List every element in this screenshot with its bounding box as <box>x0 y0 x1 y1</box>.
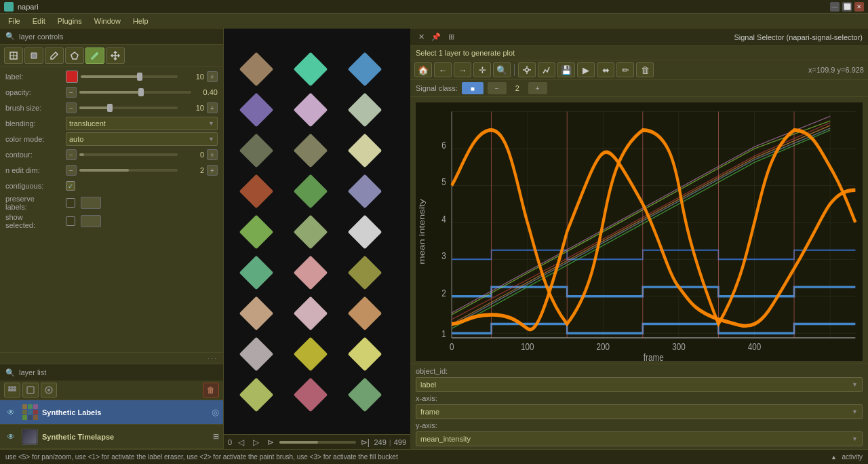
svg-rect-25 <box>293 337 328 372</box>
canvas-content[interactable] <box>224 28 410 449</box>
transform-tool[interactable] <box>4 47 23 64</box>
select-layer-button[interactable] <box>22 383 39 398</box>
layer-list-toolbar: 🗑 <box>0 381 223 400</box>
blending-dropdown[interactable]: translucent ▼ <box>66 117 218 130</box>
svg-marker-0 <box>71 52 78 59</box>
play-back-button[interactable]: ◁ <box>235 436 247 448</box>
signal-class-decrement[interactable]: − <box>488 82 507 94</box>
signal-close-icon[interactable]: ✕ <box>416 32 427 43</box>
signal-plot[interactable]: 1 2 3 4 5 6 0 100 200 300 400 frame mean… <box>416 102 863 361</box>
picker-tool[interactable] <box>85 47 104 64</box>
object-id-label: object_id: <box>416 367 463 375</box>
close-button[interactable]: ✕ <box>854 2 864 12</box>
svg-point-1 <box>91 57 94 60</box>
maximize-button[interactable]: ⬜ <box>842 2 852 12</box>
y-axis-dropdown[interactable]: mean_intensity ▼ <box>416 431 863 446</box>
contour-decrement[interactable]: − <box>66 149 77 160</box>
layer-item-synthetic-labels[interactable]: 👁 Synthetic Labels ◎ <box>0 400 223 425</box>
sig-cursor-button[interactable]: ▶ <box>577 62 595 77</box>
layer-item-synthetic-timelapse[interactable]: 👁 Synthetic Timelapse ⊞ <box>0 425 223 449</box>
signal-class-toggle[interactable]: ■ <box>462 82 484 94</box>
opacity-slider[interactable] <box>79 91 191 94</box>
brush-size-increment[interactable]: + <box>207 102 218 113</box>
n-edit-dim-property: n edit dim: − 2 + <box>5 163 218 177</box>
preserve-labels-checkbox[interactable] <box>66 198 75 208</box>
sig-line-button[interactable] <box>538 62 555 77</box>
svg-point-3 <box>8 386 11 389</box>
canvas-bottom-bar: 0 ◁ ▷ ⊳ ⊳| 249 | 499 <box>224 434 410 449</box>
move-tool[interactable] <box>106 47 125 64</box>
svg-text:400: 400 <box>748 341 762 352</box>
label-slider[interactable] <box>81 75 178 78</box>
contour-property: contour: − 0 + <box>5 148 218 161</box>
properties-panel: label: 10 + opacity: − <box>0 67 223 352</box>
polygon-tool[interactable] <box>65 47 84 64</box>
label-increment[interactable]: + <box>207 71 218 82</box>
lasso-button[interactable] <box>41 383 57 398</box>
canvas-area: 0 ◁ ▷ ⊳ ⊳| 249 | 499 <box>224 28 410 449</box>
layer-vis-toggle-labels[interactable]: 👁 <box>4 406 18 419</box>
x-axis-dropdown[interactable]: frame ▼ <box>416 404 863 419</box>
n-edit-dim-increment[interactable]: + <box>207 165 218 176</box>
frame-slider[interactable] <box>279 441 356 444</box>
contiguous-checkbox[interactable]: ✓ <box>66 181 75 191</box>
svg-text:4: 4 <box>441 214 446 225</box>
search-icon[interactable]: 🔍 <box>5 32 15 41</box>
menu-edit[interactable]: Edit <box>27 16 51 26</box>
sig-forward-button[interactable]: → <box>454 62 471 77</box>
menu-file[interactable]: File <box>3 16 26 26</box>
menu-plugins[interactable]: Plugins <box>52 16 87 26</box>
minimize-button[interactable]: — <box>830 2 840 12</box>
sig-pan-button[interactable]: ✛ <box>473 62 491 77</box>
preserve-labels-property: preserve labels: <box>5 195 218 211</box>
skip-to-end-button[interactable]: ⊳ <box>264 436 277 448</box>
svg-rect-15 <box>239 296 273 331</box>
add-points-button[interactable] <box>4 383 20 398</box>
sig-zoom-button[interactable]: 🔍 <box>493 62 511 77</box>
delete-layer-button[interactable]: 🗑 <box>203 383 219 398</box>
signal-pin-icon[interactable]: 📌 <box>431 32 441 43</box>
contour-increment[interactable]: + <box>207 149 218 160</box>
play-button[interactable]: ▷ <box>250 436 262 448</box>
layer-list-section: 🔍 layer list 🗑 👁 <box>0 364 223 449</box>
show-selected-checkbox[interactable] <box>66 216 75 226</box>
signal-expand-icon[interactable]: ⊞ <box>446 32 456 43</box>
n-edit-dim-slider[interactable] <box>79 169 178 172</box>
layer-vis-toggle-timelapse[interactable]: 👁 <box>4 430 18 444</box>
svg-rect-14 <box>239 256 273 290</box>
sig-resize-button[interactable]: ⬌ <box>597 62 614 77</box>
sig-pencil-button[interactable]: ✏ <box>616 62 634 77</box>
sig-settings-button[interactable] <box>518 62 536 77</box>
skip-to-end2-button[interactable]: ⊳| <box>359 436 371 448</box>
x-axis-row: x-axis: <box>416 394 863 402</box>
sig-home-button[interactable]: 🏠 <box>414 62 432 77</box>
brush-size-decrement[interactable]: − <box>66 102 77 113</box>
sig-save-button[interactable]: 💾 <box>557 62 575 77</box>
sig-back-button[interactable]: ← <box>434 62 452 77</box>
n-edit-dim-decrement[interactable]: − <box>66 165 77 176</box>
show-selected-indicator <box>81 215 101 227</box>
signal-class-increment[interactable]: + <box>528 82 547 94</box>
svg-rect-9 <box>239 52 273 87</box>
object-id-dropdown[interactable]: label ▼ <box>416 377 863 392</box>
object-id-value-row: label ▼ <box>416 377 863 392</box>
activity-section: ▲ activity <box>828 452 863 463</box>
panel-resize-handle[interactable]: ··· <box>0 352 223 364</box>
layer-pin-icon: ◎ <box>212 407 219 417</box>
brush-size-slider[interactable] <box>79 107 178 109</box>
svg-rect-23 <box>293 256 328 290</box>
layer-list-search-icon[interactable]: 🔍 <box>5 368 15 377</box>
sig-delete-button[interactable]: 🗑 <box>636 62 654 77</box>
layer-icon-timelapse <box>22 429 38 445</box>
brush-tool[interactable] <box>45 47 64 64</box>
svg-text:200: 200 <box>597 341 610 352</box>
menu-window[interactable]: Window <box>89 16 126 26</box>
label-color-swatch[interactable] <box>66 71 78 83</box>
contour-slider[interactable] <box>79 153 178 156</box>
color-mode-dropdown[interactable]: auto ▼ <box>66 132 218 146</box>
menu-help[interactable]: Help <box>127 16 154 26</box>
activity-toggle-button[interactable]: ▲ <box>828 452 839 463</box>
fill-tool[interactable] <box>24 47 43 64</box>
svg-text:frame: frame <box>644 352 664 361</box>
opacity-decrement[interactable]: − <box>66 87 77 98</box>
